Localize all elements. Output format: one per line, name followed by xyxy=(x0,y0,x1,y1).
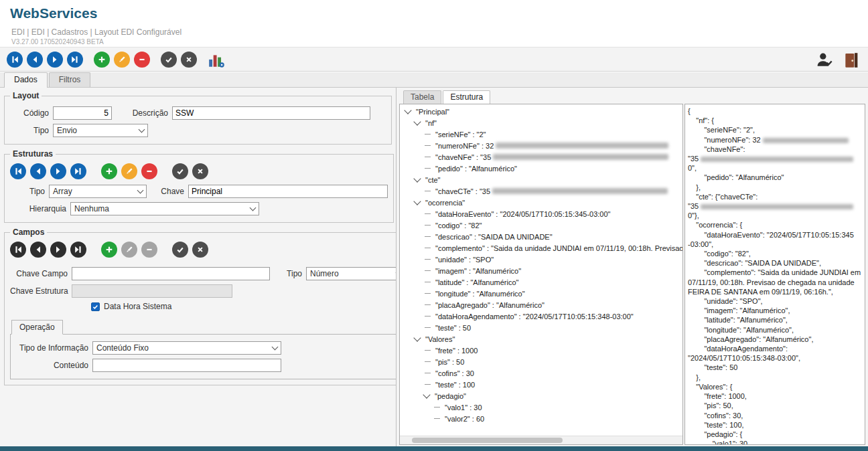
last-record-icon xyxy=(74,246,82,254)
estruturas-remove-button[interactable] xyxy=(141,163,157,179)
tree-item[interactable]: "dataHoraEvento" : "2024/05/17T10:05:15:… xyxy=(400,208,682,219)
estruturas-chave-input[interactable] xyxy=(188,185,388,198)
tree-item-label: "frete" : 1000 xyxy=(435,347,478,355)
tree-item[interactable]: "frete" : 1000 xyxy=(400,345,682,356)
tree-item[interactable]: "Valores" xyxy=(400,333,682,345)
tree-item[interactable]: "complemento" : "Saida da unidade JUNDIA… xyxy=(400,242,682,254)
check-icon xyxy=(176,246,184,254)
nav-previous-button[interactable] xyxy=(27,52,43,68)
json-line-text: "teste": 50 xyxy=(688,363,737,371)
leaf-node-icon xyxy=(425,236,431,237)
scrollbar-thumb[interactable] xyxy=(412,438,563,443)
data-hora-checkbox[interactable] xyxy=(91,302,100,311)
estruturas-tipo-select[interactable]: Array xyxy=(49,185,147,198)
campos-edit-button[interactable] xyxy=(121,242,137,258)
campos-tipo-select[interactable]: Número xyxy=(306,267,396,280)
chevron-down-icon xyxy=(272,344,279,351)
tab-operacao[interactable]: Operação xyxy=(11,320,63,335)
nav-first-button[interactable] xyxy=(7,52,23,68)
tree-item[interactable]: "teste" : 50 xyxy=(400,322,682,333)
tree-item[interactable]: "longitude" : "Alfanumérico" xyxy=(400,288,682,299)
estruturas-edit-button[interactable] xyxy=(121,163,137,179)
plus-icon xyxy=(105,246,113,254)
nav-next-button[interactable] xyxy=(47,52,63,68)
exit-button[interactable] xyxy=(843,52,860,68)
tab-estrutura[interactable]: Estrutura xyxy=(443,90,490,104)
tree-item[interactable]: "valor2" : 60 xyxy=(400,413,682,424)
tree-item[interactable]: "imagem" : "Alfanumérico" xyxy=(400,265,682,276)
tree-item[interactable]: "latitude" : "Alfanumérico" xyxy=(400,276,682,288)
add-button[interactable] xyxy=(94,52,110,68)
tree-item[interactable]: "valo1" : 30 xyxy=(400,401,682,413)
chevron-down-icon xyxy=(396,270,396,276)
hierarquia-select[interactable]: Nenhuma xyxy=(70,202,259,215)
json-line: "serieNFe": "2", xyxy=(688,125,865,134)
check-icon xyxy=(165,56,173,64)
tree-item[interactable]: "nf" xyxy=(400,117,682,128)
tab-tabela[interactable]: Tabela xyxy=(403,90,441,104)
tipo-informacao-select[interactable]: Conteúdo Fixo xyxy=(92,341,281,355)
tree-item[interactable]: "pedagio" xyxy=(400,390,682,401)
tree-item[interactable]: "chaveCTe" : "35 xyxy=(400,185,682,197)
tree-item[interactable]: "cte" xyxy=(400,174,682,185)
tree-item[interactable]: "chaveNFe" : "35 xyxy=(400,151,682,163)
check-icon xyxy=(92,304,98,310)
tree-item[interactable]: "codigo" : "82" xyxy=(400,219,682,231)
confirm-button[interactable] xyxy=(161,52,177,68)
tree-item[interactable]: "placaAgregado" : "Alfanumérico" xyxy=(400,299,682,310)
estruturas-nav-first-button[interactable] xyxy=(10,163,26,179)
tree-item[interactable]: "pis" : 50 xyxy=(400,356,682,367)
campos-nav-last-button[interactable] xyxy=(70,242,86,258)
chevron-expanded-icon[interactable] xyxy=(413,197,421,205)
campos-add-button[interactable] xyxy=(101,242,117,258)
tree-item[interactable]: "numeroNFe" : 32 xyxy=(400,140,682,151)
edit-button[interactable] xyxy=(114,52,130,68)
estruturas-nav-previous-button[interactable] xyxy=(30,163,46,179)
x-icon xyxy=(196,246,204,254)
chart-report-button[interactable] xyxy=(208,52,225,68)
tree-item-label: "placaAgregado" : "Alfanumérico" xyxy=(435,301,545,309)
layout-tipo-select[interactable]: Envio xyxy=(53,124,148,137)
estruturas-nav-next-button[interactable] xyxy=(50,163,66,179)
tree-item[interactable]: "unidade" : "SPO" xyxy=(400,254,682,265)
tree-item[interactable]: "dataHoraAgendamento" : "2024/05/17T10:0… xyxy=(400,310,682,322)
campos-nav-next-button[interactable] xyxy=(50,242,66,258)
campos-confirm-button[interactable] xyxy=(172,242,188,258)
last-record-icon xyxy=(71,56,79,64)
campos-nav-previous-button[interactable] xyxy=(30,242,46,258)
campos-cancel-button[interactable] xyxy=(192,242,208,258)
plus-icon xyxy=(105,167,113,175)
tree-horizontal-scrollbar[interactable] xyxy=(400,436,682,444)
tree-item[interactable]: "serieNFe" : "2" xyxy=(400,128,682,140)
tree-item[interactable]: "ocorrencia" xyxy=(400,197,682,208)
chevron-expanded-icon[interactable] xyxy=(404,106,411,114)
tab-filtros[interactable]: Filtros xyxy=(49,72,91,87)
descricao-input[interactable] xyxy=(172,106,370,120)
estruturas-nav-last-button[interactable] xyxy=(70,163,86,179)
user-permissions-button[interactable] xyxy=(816,52,833,68)
estruturas-add-button[interactable] xyxy=(101,163,117,179)
conteudo-input[interactable] xyxy=(92,359,281,372)
campos-remove-button[interactable] xyxy=(141,242,157,258)
tree-item[interactable]: "Principal" xyxy=(400,106,682,117)
chevron-expanded-icon[interactable] xyxy=(413,118,421,125)
tree-item[interactable]: "cofins" : 30 xyxy=(400,367,682,379)
remove-button[interactable] xyxy=(134,52,150,68)
tab-dados[interactable]: Dados xyxy=(4,72,48,88)
nav-last-button[interactable] xyxy=(67,52,83,68)
cancel-button[interactable] xyxy=(181,52,197,68)
tree-item[interactable]: "pedido" : "Alfanumérico" xyxy=(400,163,682,174)
chevron-expanded-icon[interactable] xyxy=(413,334,421,341)
chevron-expanded-icon[interactable] xyxy=(413,175,421,182)
tree-item[interactable]: "teste" : 100 xyxy=(400,379,682,390)
chave-campo-input[interactable] xyxy=(72,267,270,280)
next-record-icon xyxy=(54,246,62,254)
tree-item-label: "chaveCTe" : "35 xyxy=(435,187,490,195)
estruturas-cancel-button[interactable] xyxy=(192,163,208,179)
campos-nav-first-button[interactable] xyxy=(10,242,26,258)
json-line: "imagem": "Alfanumérico", xyxy=(688,306,865,315)
estruturas-confirm-button[interactable] xyxy=(172,163,188,179)
codigo-input[interactable] xyxy=(53,106,112,120)
tree-item[interactable]: "descricao" : "SAIDA DA UNIDADE" xyxy=(400,231,682,242)
chevron-expanded-icon[interactable] xyxy=(423,391,430,398)
